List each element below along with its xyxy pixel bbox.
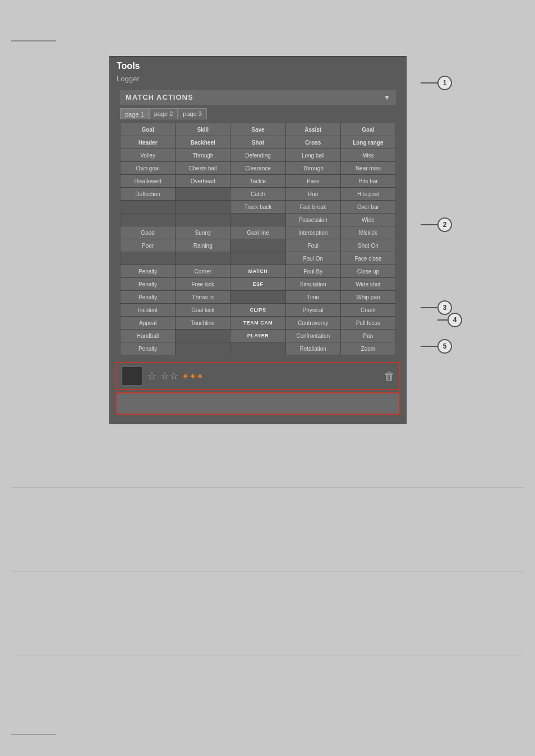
tab-page3[interactable]: page 3 (178, 108, 207, 119)
action-cell[interactable]: Chests ball (176, 162, 230, 174)
action-cell[interactable]: Deflection (121, 188, 175, 200)
action-cell (176, 214, 230, 226)
tab-page2[interactable]: page 2 (149, 108, 178, 119)
action-cell[interactable]: Physical (286, 304, 340, 316)
action-cell[interactable]: Pull focus (341, 317, 395, 329)
action-cell[interactable]: Penalty (121, 291, 175, 303)
action-cell[interactable]: Confrontation (286, 330, 340, 342)
action-cell[interactable]: CLIPS (230, 304, 285, 316)
action-cell[interactable]: Goal line (230, 226, 285, 239)
action-cell[interactable]: Shot (230, 136, 285, 149)
action-cell[interactable]: Hits bar (341, 175, 395, 187)
callout-3-line (421, 307, 437, 308)
action-cell[interactable]: Long range (341, 136, 395, 149)
action-cell[interactable]: Miss (341, 149, 395, 161)
action-cell[interactable]: Hits post (341, 188, 395, 200)
action-cell[interactable]: Time (286, 291, 340, 303)
action-cell[interactable]: Face close (341, 252, 395, 265)
action-cell[interactable]: Pan (341, 330, 395, 342)
action-cell[interactable]: Catch (230, 188, 285, 200)
action-cell[interactable]: Shot On (341, 239, 395, 252)
action-cell[interactable]: Poor (121, 239, 175, 252)
line-bottom4 (11, 734, 56, 735)
action-grid: GoalSkillSaveAssistGoalHeaderBackheelSho… (120, 123, 396, 355)
action-cell[interactable]: Run (286, 188, 340, 200)
action-cell[interactable]: Through (176, 149, 230, 161)
action-cell (230, 291, 285, 303)
callout-5-line (421, 346, 437, 347)
action-cell[interactable]: Defending (230, 149, 285, 161)
action-cell[interactable]: Foul (286, 239, 340, 252)
line-top (11, 40, 56, 41)
action-cell[interactable]: Foul By (286, 265, 340, 277)
action-cell[interactable]: Overhead (176, 175, 230, 187)
action-cell[interactable]: Cross (286, 136, 340, 149)
action-cell[interactable]: Handball (121, 330, 175, 342)
action-cell[interactable]: Save (230, 123, 285, 136)
action-cell[interactable]: ESF (230, 278, 285, 290)
callout-4: 4 (448, 313, 462, 327)
action-cell[interactable]: TEAM CAM (230, 317, 285, 329)
action-cell[interactable]: Retaliation (286, 342, 340, 355)
action-cell[interactable]: Possession (286, 214, 340, 226)
action-cell[interactable]: Corner (176, 265, 230, 277)
action-cell[interactable]: Whip pan (341, 291, 395, 303)
dropdown-arrow-icon[interactable]: ▼ (384, 94, 390, 101)
trash-icon[interactable]: 🗑 (384, 370, 395, 383)
action-cell[interactable]: Throw in (176, 291, 230, 303)
action-cell[interactable]: Volley (121, 149, 175, 161)
action-cell[interactable]: Header (121, 136, 175, 149)
color-box[interactable] (121, 367, 142, 386)
action-cell[interactable]: Goal (121, 123, 175, 136)
action-cell[interactable]: Disallowed (121, 175, 175, 187)
action-cell[interactable]: Miskick (341, 226, 395, 239)
star-double-icon[interactable]: ☆☆ (160, 370, 178, 382)
action-cell[interactable]: Long ball (286, 149, 340, 161)
action-cell[interactable]: Free kick (176, 278, 230, 290)
action-cell[interactable]: Simulation (286, 278, 340, 290)
action-cell[interactable]: Crash (341, 304, 395, 316)
action-cell[interactable]: Goal kick (176, 304, 230, 316)
action-cell[interactable]: Goal (341, 123, 395, 136)
action-cell[interactable]: PLAYER (230, 330, 285, 342)
action-cell[interactable]: Controversy (286, 317, 340, 329)
action-cell[interactable]: Skill (176, 123, 230, 136)
action-cell[interactable]: Through (286, 162, 340, 174)
star-icons: ☆ ☆☆ ✦✦✦ (147, 369, 204, 383)
action-cell[interactable]: Penalty (121, 342, 175, 355)
tab-page1[interactable]: page 1 (120, 108, 149, 119)
action-cell[interactable]: Fast break (286, 201, 340, 213)
action-cell[interactable]: Over bar (341, 201, 395, 213)
action-cell[interactable]: Sunny (176, 226, 230, 239)
action-cell[interactable]: Penalty (121, 265, 175, 277)
action-cell[interactable]: Pass (286, 175, 340, 187)
action-cell[interactable]: Near miss (341, 162, 395, 174)
callout-2-line (421, 224, 437, 225)
action-cell[interactable]: Wide shot (341, 278, 395, 290)
action-cell[interactable]: Clearance (230, 162, 285, 174)
bottom-input-area[interactable] (116, 392, 400, 415)
action-cell[interactable]: Interception (286, 226, 340, 239)
action-cell[interactable]: Assist (286, 123, 340, 136)
callout-5: 5 (437, 339, 452, 354)
callout-1-line (421, 82, 437, 84)
callout-4-container: 4 (437, 313, 462, 327)
action-cell[interactable]: Tackle (230, 175, 285, 187)
action-cell[interactable]: Foul On (286, 252, 340, 265)
star-single-icon[interactable]: ☆ (147, 369, 157, 383)
action-cell[interactable]: Incident (121, 304, 175, 316)
action-cell[interactable]: Good (121, 226, 175, 239)
action-cell[interactable]: Appeal (121, 317, 175, 329)
action-cell[interactable]: Penalty (121, 278, 175, 290)
action-cell[interactable]: Backheel (176, 136, 230, 149)
match-actions-header[interactable]: MATCH ACTIONS ▼ (120, 90, 396, 105)
action-cell[interactable]: Wide (341, 214, 395, 226)
action-cell[interactable]: Close up (341, 265, 395, 277)
action-cell[interactable]: Track back (230, 201, 285, 213)
action-cell[interactable]: MATCH (230, 265, 285, 277)
star-triple-icon[interactable]: ✦✦✦ (182, 371, 204, 382)
action-cell[interactable]: Zoom (341, 342, 395, 355)
action-cell[interactable]: Raining (176, 239, 230, 252)
action-cell[interactable]: Own goal (121, 162, 175, 174)
action-cell[interactable]: Touchline (176, 317, 230, 329)
